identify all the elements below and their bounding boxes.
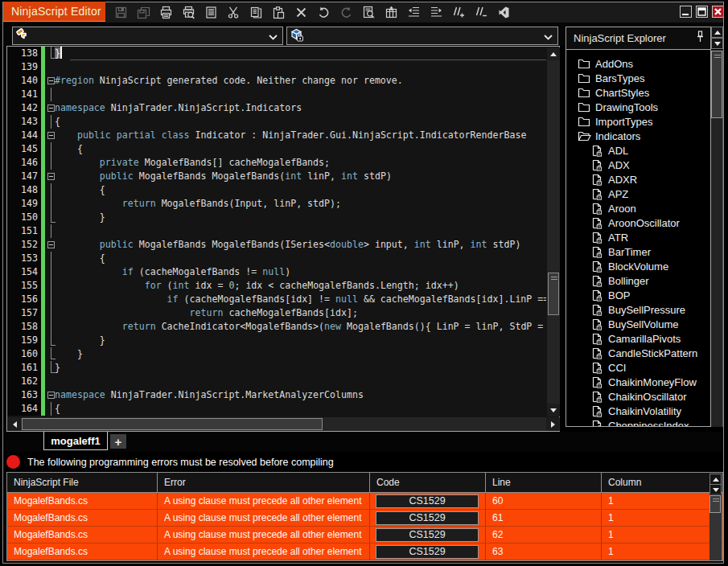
document-icon[interactable] <box>203 5 219 21</box>
editor-vscroll-thumb[interactable] <box>548 273 559 315</box>
code-line-162[interactable]: 162 <box>7 375 546 388</box>
tab-mogaleff1[interactable]: mogaleff1 <box>43 432 108 450</box>
tree-item-bop[interactable]: BOP <box>566 288 710 302</box>
tree-item-bollinger[interactable]: Bollinger <box>566 273 710 288</box>
scroll-up-icon[interactable] <box>709 474 722 485</box>
copy-icon[interactable] <box>248 5 264 21</box>
class-combobox-chevron-icon[interactable] <box>269 29 278 43</box>
fold-collapse-box[interactable] <box>45 74 55 88</box>
fold-collapse-box[interactable] <box>45 101 55 115</box>
fold-collapse-box[interactable] <box>45 129 55 142</box>
save-all-icon[interactable] <box>135 5 151 21</box>
undo-icon[interactable] <box>315 5 331 21</box>
code-line-141[interactable]: 141 <box>7 88 546 101</box>
tree-item-buysellvolume[interactable]: BuySellVolume <box>566 317 710 331</box>
tree-item-importtypes[interactable]: ImportTypes <box>566 114 710 129</box>
editor-hscroll-thumb[interactable] <box>22 418 323 430</box>
delete-icon[interactable] <box>293 5 309 21</box>
code-line-140[interactable]: 140#region NinjaScript generated code. N… <box>7 74 546 88</box>
explorer-scrollbar[interactable] <box>711 50 723 427</box>
print-preview-icon[interactable] <box>180 5 196 21</box>
fold-collapse-box[interactable] <box>45 238 55 252</box>
code-line-146[interactable]: 146 private MogalefBands[] cacheMogalefB… <box>7 156 546 170</box>
code-line-159[interactable]: 159 } <box>7 334 546 347</box>
error-row-line-62[interactable]: MogalefBands.csA using clause must prece… <box>7 527 722 543</box>
code-line-147[interactable]: 147 public MogalefBands MogalefBands(int… <box>7 170 546 183</box>
tree-item-adx[interactable]: ADX <box>566 158 710 172</box>
tree-item-chartstyles[interactable]: ChartStyles <box>566 85 710 100</box>
tree-item-drawingtools[interactable]: DrawingTools <box>566 100 710 114</box>
tree-item-adxr[interactable]: ADXR <box>566 172 710 187</box>
code-editor[interactable]: 138}139140#region NinjaScript generated … <box>6 46 560 432</box>
tree-item-adl[interactable]: ADL <box>566 143 710 158</box>
code-line-138[interactable]: 138} <box>7 47 546 60</box>
code-line-160[interactable]: 160 } <box>7 347 546 361</box>
error-table-scrollbar[interactable] <box>709 473 722 560</box>
tree-item-choppinessindex[interactable]: ChoppinessIndex <box>566 418 710 427</box>
close-button[interactable] <box>712 6 724 18</box>
scroll-right-icon[interactable] <box>546 417 559 431</box>
find-icon[interactable] <box>360 5 376 21</box>
tree-item-apz[interactable]: APZ <box>566 187 710 201</box>
code-line-156[interactable]: 156 if (cacheMogalefBands[idx] != null &… <box>7 293 546 306</box>
code-line-163[interactable]: 163namespace NinjaTrader.NinjaScript.Mar… <box>7 388 546 402</box>
code-line-145[interactable]: 145 { <box>7 142 546 156</box>
error-row-line-60[interactable]: MogalefBands.csA using clause must prece… <box>7 493 722 510</box>
code-line-153[interactable]: 153 { <box>7 252 546 265</box>
class-combobox[interactable] <box>12 27 283 45</box>
tree-item-chaikinmoneyflow[interactable]: ChaikinMoneyFlow <box>566 375 710 389</box>
code-line-154[interactable]: 154 if (cacheMogalefBands != null) <box>7 265 546 279</box>
tree-item-chaikinoscillator[interactable]: ChaikinOscillator <box>566 389 710 404</box>
tree-item-atr[interactable]: ATR <box>566 230 710 244</box>
explorer-scroll-thumb[interactable] <box>711 51 722 118</box>
scroll-left-icon[interactable] <box>8 417 21 431</box>
method-combobox[interactable] <box>286 27 558 45</box>
column-header-ninjascript-file[interactable]: NinjaScript File <box>7 473 158 492</box>
comment-icon[interactable] <box>450 5 467 21</box>
paste-icon[interactable] <box>270 5 286 21</box>
tree-item-barstypes[interactable]: BarsTypes <box>566 71 710 85</box>
code-line-155[interactable]: 155 for (int idx = 0; idx < cacheMogalef… <box>7 279 546 293</box>
scroll-down-icon[interactable] <box>711 38 723 49</box>
table-scroll-thumb[interactable] <box>709 495 721 513</box>
tree-item-indicators[interactable]: Indicators <box>566 129 710 143</box>
method-combobox-chevron-icon[interactable] <box>544 29 553 43</box>
add-tab-button[interactable]: + <box>110 434 126 449</box>
tree-item-addons[interactable]: AddOns <box>566 56 710 71</box>
redo-icon[interactable] <box>338 5 354 21</box>
code-line-161[interactable]: 161} <box>7 361 546 375</box>
code-line-144[interactable]: 144 public partial class Indicator : Nin… <box>7 129 546 142</box>
editor-horizontal-scrollbar[interactable] <box>8 417 560 431</box>
code-line-149[interactable]: 149 return MogalefBands(Input, linP, std… <box>7 197 546 211</box>
code-line-152[interactable]: 152 public MogalefBands MogalefBands(ISe… <box>7 238 546 252</box>
code-line-150[interactable]: 150 } <box>7 211 546 224</box>
scroll-up-icon[interactable] <box>547 47 560 60</box>
error-row-line-63[interactable]: MogalefBands.csA using clause must prece… <box>7 543 722 560</box>
tree-item-aroon[interactable]: Aroon <box>566 201 710 215</box>
tree-item-chaikinvolatility[interactable]: ChaikinVolatility <box>566 404 710 418</box>
column-header-line[interactable]: Line <box>486 473 602 492</box>
minimize-button[interactable] <box>680 6 692 18</box>
scroll-down-icon[interactable] <box>547 404 560 416</box>
tree-item-buysellpressure[interactable]: BuySellPressure <box>566 302 710 317</box>
compile-icon[interactable] <box>383 5 399 21</box>
code-line-143[interactable]: 143{ <box>7 115 546 129</box>
code-line-142[interactable]: 142namespace NinjaTrader.NinjaScript.Ind… <box>7 101 546 115</box>
indent-icon[interactable] <box>428 5 444 21</box>
code-line-164[interactable]: 164{ <box>7 402 546 416</box>
column-header-column[interactable]: Column <box>602 473 710 492</box>
cut-icon[interactable] <box>225 5 241 21</box>
code-line-158[interactable]: 158 return CacheIndicator<MogalefBands>(… <box>7 320 546 334</box>
tree-item-aroonoscillator[interactable]: AroonOscillator <box>566 215 710 230</box>
fold-collapse-box[interactable] <box>45 388 55 402</box>
fold-collapse-box[interactable] <box>45 170 55 183</box>
tree-item-cci[interactable]: CCI <box>566 360 710 375</box>
code-line-148[interactable]: 148 { <box>7 183 546 197</box>
column-header-code[interactable]: Code <box>370 473 486 492</box>
editor-vertical-scrollbar[interactable] <box>547 47 560 416</box>
code-line-151[interactable]: 151 <box>7 224 546 238</box>
scroll-up-icon[interactable] <box>711 27 723 38</box>
outdent-icon[interactable] <box>405 5 422 21</box>
code-line-157[interactable]: 157 return cacheMogalefBands[idx]; <box>7 306 546 320</box>
tree-item-blockvolume[interactable]: BlockVolume <box>566 259 710 273</box>
